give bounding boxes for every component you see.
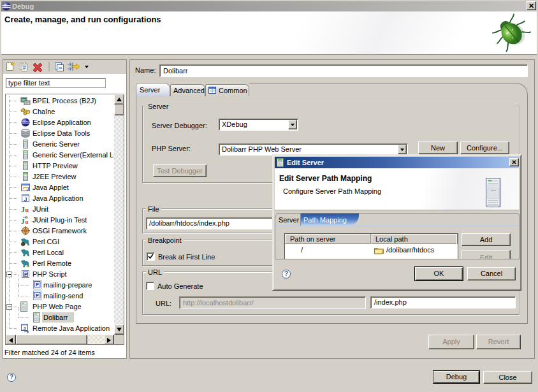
svg-text:u: u <box>25 207 29 214</box>
svg-text:J: J <box>21 217 25 225</box>
svg-text:J: J <box>27 187 29 191</box>
svg-text:J: J <box>21 205 25 214</box>
svg-text:P: P <box>24 272 27 277</box>
svg-text:P: P <box>36 293 39 298</box>
svg-text:P: P <box>36 282 39 287</box>
svg-text:J: J <box>24 196 27 203</box>
svg-text:u: u <box>25 219 29 225</box>
svg-text:J: J <box>23 326 25 331</box>
